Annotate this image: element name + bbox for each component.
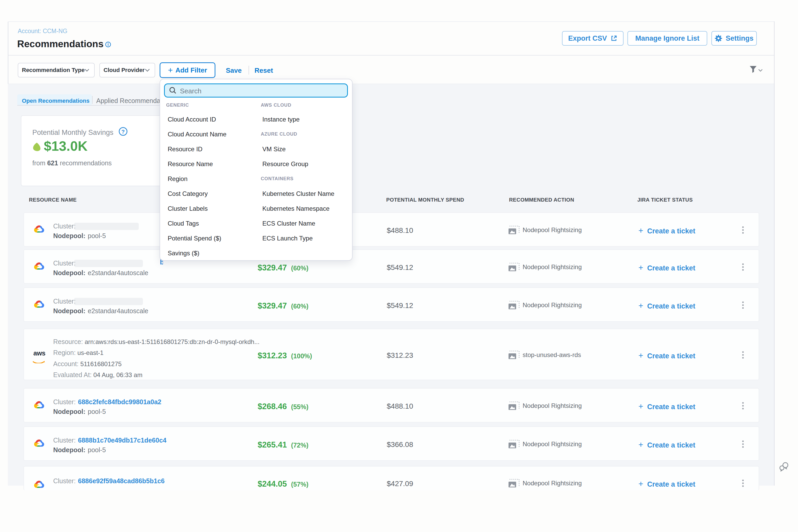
svg-text:?: ? <box>121 129 125 135</box>
